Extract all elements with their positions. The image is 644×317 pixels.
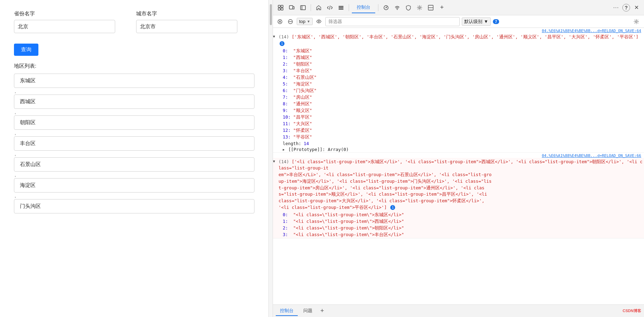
performance-tab-button[interactable] (381, 3, 391, 13)
devtools-panel: 控制台 + ··· ? ✕ top ▼ (273, 0, 644, 317)
level-caret: ▼ (484, 19, 488, 24)
top-context-label: top (299, 19, 305, 24)
key-8: 8: (283, 101, 293, 107)
entry-1-item-6: 6: "门头沟区" (283, 88, 644, 94)
console-block-button[interactable] (286, 17, 295, 26)
val-10: "昌平区" (293, 114, 312, 120)
more-options-button[interactable]: ··· (611, 3, 621, 13)
list-item: 西城区 (14, 95, 254, 109)
entry-1-item-0: 0: "东城区" (283, 48, 644, 54)
sidebar-button[interactable] (298, 3, 308, 13)
key-7: 7: (283, 95, 293, 100)
entry-1-item-7: 7: "房山区" (283, 94, 644, 101)
home-tab-button[interactable] (314, 3, 324, 13)
val-0: "东城区" (293, 48, 312, 54)
list-item-wrap-0: 东城区 (14, 74, 254, 88)
province-input[interactable] (14, 20, 115, 33)
list-item: 东城区 (14, 74, 254, 88)
log-level-selector[interactable]: 默认级别 ▼ (462, 17, 491, 26)
add-tab-button[interactable]: + (318, 307, 326, 315)
entry-1-item-3: 3: "丰台区" (283, 68, 644, 74)
level-label: 默认级别 (464, 18, 482, 25)
val-8: "通州区" (293, 101, 312, 107)
list-item-wrap-1: 西城区 (14, 95, 254, 109)
entry-1-item-13: 13: "平谷区" (283, 134, 644, 141)
key-2: 2: (283, 61, 293, 67)
query-button[interactable]: 查询 (14, 44, 38, 56)
entry-2-item-1: 1: "<li class=\"list-group-item\">西城区</l… (283, 218, 644, 225)
filter-input[interactable] (325, 17, 460, 26)
list-separator-3: , (14, 151, 254, 157)
sources-tab-button[interactable] (325, 3, 335, 13)
console-tab-button[interactable]: 控制台 (352, 2, 375, 13)
console-output[interactable]: 04.%E6%A1%88%E4%BE%8B...d=RELOAD_ON_SAVE… (273, 28, 644, 304)
eye-button[interactable] (315, 17, 323, 26)
list-item: 朝阳区 (14, 115, 254, 130)
val-7: "房山区" (293, 95, 312, 100)
svg-rect-10 (339, 7, 343, 8)
entry-1-item-12: 12: "怀柔区" (283, 127, 644, 134)
inspect-element-button[interactable] (276, 3, 286, 13)
province-label: 省份名字 (14, 10, 115, 17)
svg-line-8 (330, 6, 330, 10)
help-button[interactable]: ? (622, 4, 630, 12)
console-settings-button[interactable] (631, 17, 641, 27)
entry-1-item-10: 10: "昌平区" (283, 114, 644, 121)
list-item: 丰台区 (14, 136, 254, 151)
list-item-wrap-4: 石景山区 (14, 157, 254, 172)
entry-1-url[interactable]: 04.%E6%A1%88%E4%BE%8B...d=RELOAD_ON_SAVE… (273, 28, 644, 33)
val-9: "顺义区" (293, 108, 312, 114)
list-item: 海淀区 (14, 178, 254, 193)
settings-wheel-button[interactable] (415, 3, 424, 13)
key-4: 4: (283, 75, 293, 81)
toolbar-separator-2 (349, 4, 349, 11)
svg-rect-0 (278, 5, 280, 7)
city-group: 城市名字 (136, 10, 237, 33)
val-4: "石景山区" (293, 75, 317, 81)
entry-1-info-icon[interactable]: i (280, 41, 284, 46)
devtools-top-toolbar: 控制台 + ··· ? ✕ (273, 0, 644, 15)
e2-key-0: 0: (283, 212, 293, 218)
expand-arrow-1[interactable]: ▼ (273, 34, 279, 38)
list-title: 地区列表: (14, 63, 254, 69)
entry-1-summary: ['东城区', '西城区', '朝阳区', '丰台区', '石景山区', '海淀… (292, 34, 638, 39)
entry-1-item-9: 9: "顺义区" (283, 107, 644, 114)
city-input[interactable] (136, 20, 237, 33)
key-5: 5: (283, 81, 293, 87)
layout-button[interactable] (426, 3, 436, 13)
console-entry-2: 04.%E6%A1%88%E4%BE%8B...d=RELOAD_ON_SAVE… (273, 153, 644, 239)
key-12: 12: (283, 128, 293, 134)
key-10: 10: (283, 114, 293, 120)
entry-2-item-3: 3: "<li class=\"list-group-item\">丰台区</l… (283, 232, 644, 238)
issues-bottom-tab[interactable]: 问题 (299, 306, 317, 316)
svg-rect-11 (339, 9, 343, 10)
val-11: "大兴区" (293, 121, 312, 127)
entry-2-info-icon[interactable]: i (390, 205, 395, 210)
panels-button[interactable] (336, 3, 346, 13)
top-selector-caret: ▼ (307, 20, 310, 23)
e2-key-3: 3: (283, 232, 293, 238)
svg-point-13 (386, 7, 387, 8)
console-bottom-tab[interactable]: 控制台 (276, 306, 298, 316)
scroll-thumb (270, 4, 272, 25)
key-3: 3: (283, 68, 293, 74)
entry-2-url[interactable]: 04.%E6%A1%88%E4%BE%8B...d=RELOAD_ON_SAVE… (273, 153, 644, 158)
entry-1-length: length: 14 (283, 141, 644, 146)
top-context-selector[interactable]: top ▼ (297, 18, 313, 25)
list-item: 石景山区 (14, 157, 254, 172)
close-devtools-button[interactable]: ✕ (631, 3, 641, 13)
toolbar-separator-3 (378, 4, 378, 11)
add-panel-button[interactable]: + (437, 3, 447, 13)
e2-val-3: "<li class=\"list-group-item\">丰台区</li>" (293, 232, 404, 238)
device-toggle-button[interactable] (287, 3, 297, 13)
console-clear-button[interactable] (276, 17, 284, 26)
security-icon-button[interactable] (404, 3, 413, 13)
expand-arrow-2[interactable]: ▼ (273, 159, 279, 163)
divider-scroll[interactable] (269, 0, 273, 317)
entry-2-content: (14) ['<li class="list-group-item">东城区</… (279, 159, 643, 211)
wifi-icon-button[interactable] (392, 3, 402, 13)
prototype-arrow[interactable]: ▶ (283, 147, 288, 151)
list-separator-1: , (14, 109, 254, 115)
entry-2-count: (14) (279, 159, 292, 164)
val-12: "怀柔区" (293, 128, 312, 134)
